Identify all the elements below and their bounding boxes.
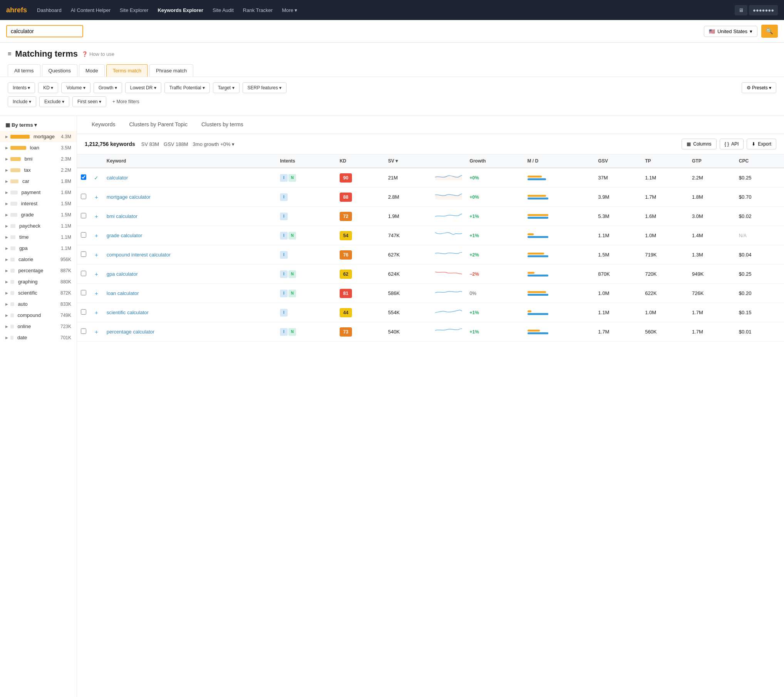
filter-volume[interactable]: Volume ▾ xyxy=(61,82,90,93)
keyword-link[interactable]: percentage calculator xyxy=(107,329,154,335)
hamburger-icon[interactable]: ≡ xyxy=(8,50,11,57)
filter-growth[interactable]: Growth ▾ xyxy=(94,82,122,93)
nav-ai-content-helper[interactable]: AI Content Helper xyxy=(67,5,114,15)
sidebar-item[interactable]: ▶ mortgage 4.3M xyxy=(0,131,77,142)
filter-first-seen[interactable]: First seen ▾ xyxy=(72,96,106,107)
keyword-link[interactable]: calculator xyxy=(107,175,128,181)
monitor-button[interactable]: 🖥 xyxy=(735,5,747,15)
col-gsv[interactable]: GSV xyxy=(594,154,641,168)
sidebar-item[interactable]: ▶ car 1.8M xyxy=(0,176,77,187)
more-filters-button[interactable]: + More filters xyxy=(109,96,142,107)
sidebar-item[interactable]: ▶ graphing 880K xyxy=(0,276,77,287)
add-keyword-button[interactable]: + xyxy=(94,251,99,258)
col-tp[interactable]: TP xyxy=(641,154,688,168)
row-checkbox[interactable] xyxy=(81,328,86,334)
cell-checkbox[interactable] xyxy=(77,226,90,245)
sidebar-item[interactable]: ▶ payment 1.6M xyxy=(0,187,77,198)
sidebar-item[interactable]: ▶ loan 3.5M xyxy=(0,142,77,153)
search-button[interactable]: 🔍 xyxy=(761,25,778,38)
row-checkbox[interactable] xyxy=(81,290,86,295)
col-md[interactable]: M / D xyxy=(524,154,595,168)
nav-keywords-explorer[interactable]: Keywords Explorer xyxy=(154,5,207,15)
cell-add[interactable]: + xyxy=(90,226,103,245)
sidebar-item[interactable]: ▶ time 1.1M xyxy=(0,231,77,243)
row-checkbox[interactable] xyxy=(81,213,86,218)
sidebar-item[interactable]: ▶ bmi 2.3M xyxy=(0,153,77,164)
keyword-link[interactable]: grade calculator xyxy=(107,233,142,238)
keyword-link[interactable]: mortgage calculator xyxy=(107,194,151,200)
filter-kd[interactable]: KD ▾ xyxy=(38,82,58,93)
filter-traffic-potential[interactable]: Traffic Potential ▾ xyxy=(164,82,210,93)
col-kd[interactable]: KD xyxy=(336,154,384,168)
sidebar-item[interactable]: ▶ calorie 956K xyxy=(0,254,77,265)
row-checkbox[interactable] xyxy=(81,174,86,180)
sidebar-item[interactable]: ▶ paycheck 1.1M xyxy=(0,220,77,231)
growth-stat[interactable]: 3mo growth +0% ▾ xyxy=(193,141,235,147)
sidebar-item[interactable]: ▶ auto 833K xyxy=(0,298,77,310)
add-keyword-button[interactable]: + xyxy=(94,328,99,335)
search-input[interactable] xyxy=(6,25,83,37)
add-keyword-button[interactable]: + xyxy=(94,194,99,200)
sidebar-item[interactable]: ▶ compound 749K xyxy=(0,310,77,321)
cell-add[interactable]: + xyxy=(90,207,103,226)
row-checkbox[interactable] xyxy=(81,271,86,276)
cell-checkbox[interactable] xyxy=(77,303,90,322)
cell-checkbox[interactable] xyxy=(77,245,90,265)
sub-tab-clusters-parent[interactable]: Clusters by Parent Topic xyxy=(122,116,194,134)
row-checkbox[interactable] xyxy=(81,309,86,315)
cell-add[interactable]: + xyxy=(90,284,103,303)
by-terms-button[interactable]: ▦ By terms ▾ xyxy=(0,119,42,131)
cell-checkbox[interactable] xyxy=(77,284,90,303)
row-checkbox[interactable] xyxy=(81,232,86,238)
filter-serp-features[interactable]: SERP features ▾ xyxy=(243,82,287,93)
cell-add[interactable]: ✓ xyxy=(90,168,103,188)
tab-terms-match[interactable]: Terms match xyxy=(106,64,148,77)
filter-target[interactable]: Target ▾ xyxy=(213,82,240,93)
cell-add[interactable]: + xyxy=(90,322,103,342)
tab-mode[interactable]: Mode xyxy=(79,64,105,77)
col-keyword[interactable]: Keyword xyxy=(103,154,276,168)
add-keyword-button[interactable]: + xyxy=(94,232,99,239)
col-intents[interactable]: Intents xyxy=(276,154,336,168)
keyword-link[interactable]: bmi calculator xyxy=(107,213,137,219)
keyword-link[interactable]: loan calculator xyxy=(107,290,139,296)
api-button[interactable]: { } API xyxy=(720,139,744,149)
keyword-link[interactable]: scientific calculator xyxy=(107,310,149,315)
cell-checkbox[interactable] xyxy=(77,322,90,342)
row-checkbox[interactable] xyxy=(81,194,86,199)
keyword-link[interactable]: gpa calculator xyxy=(107,271,138,277)
cell-checkbox[interactable] xyxy=(77,207,90,226)
add-keyword-button[interactable]: + xyxy=(94,309,99,316)
cell-checkbox[interactable] xyxy=(77,188,90,207)
sub-tab-keywords[interactable]: Keywords xyxy=(85,116,122,134)
cell-add[interactable]: + xyxy=(90,303,103,322)
user-account-button[interactable]: ●●●●●●● xyxy=(749,5,778,15)
cell-add[interactable]: + xyxy=(90,245,103,265)
sidebar-item[interactable]: ▶ tax 2.2M xyxy=(0,164,77,176)
filter-lowest-dr[interactable]: Lowest DR ▾ xyxy=(125,82,161,93)
how-to-use-link[interactable]: ❓ How to use xyxy=(82,51,114,57)
columns-button[interactable]: ▦ Columns xyxy=(682,139,716,149)
col-sv[interactable]: SV ▾ xyxy=(384,154,431,168)
cell-add[interactable]: + xyxy=(90,188,103,207)
sidebar-item[interactable]: ▶ date 701K xyxy=(0,332,77,343)
country-selector[interactable]: 🇺🇸 United States ▾ xyxy=(704,26,757,37)
sidebar-item[interactable]: ▶ online 723K xyxy=(0,321,77,332)
sidebar-item[interactable]: ▶ percentage 887K xyxy=(0,265,77,276)
sidebar-item[interactable]: ▶ grade 1.5M xyxy=(0,209,77,220)
add-keyword-button[interactable]: + xyxy=(94,290,99,297)
sidebar-item[interactable]: ▶ gpa 1.1M xyxy=(0,243,77,254)
filter-include[interactable]: Include ▾ xyxy=(8,96,36,107)
cell-checkbox[interactable] xyxy=(77,168,90,188)
col-cpc[interactable]: CPC xyxy=(735,154,784,168)
row-checkbox[interactable] xyxy=(81,251,86,257)
sidebar-item[interactable]: ▶ scientific 872K xyxy=(0,287,77,298)
add-keyword-button[interactable]: + xyxy=(94,213,99,219)
sub-tab-clusters-terms[interactable]: Clusters by terms xyxy=(194,116,250,134)
nav-dashboard[interactable]: Dashboard xyxy=(33,5,65,15)
add-keyword-button[interactable]: + xyxy=(94,271,99,277)
tab-questions[interactable]: Questions xyxy=(42,64,78,77)
sidebar-item[interactable]: ▶ interest 1.5M xyxy=(0,198,77,209)
presets-button[interactable]: ⚙ Presets ▾ xyxy=(742,82,776,93)
filter-intents[interactable]: Intents ▾ xyxy=(8,82,35,93)
